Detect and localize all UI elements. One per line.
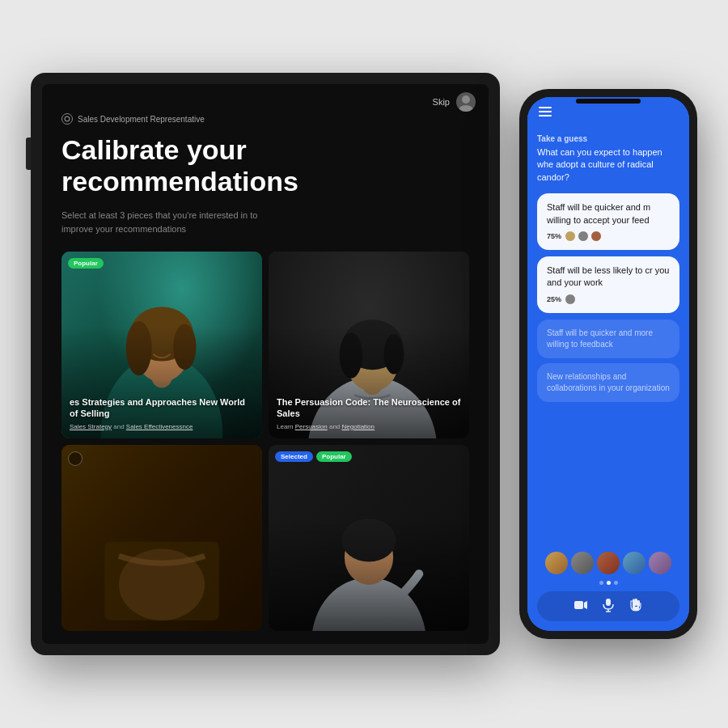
mic-icon[interactable] xyxy=(601,598,616,615)
card-4-popular-badge: Popular xyxy=(316,451,352,462)
card-1-badge: Popular xyxy=(68,258,104,269)
card-4-selected-badge: Selected xyxy=(275,451,313,462)
phone-avatar-4 xyxy=(623,552,645,574)
phone-content: Take a guess What can you expect to happ… xyxy=(527,126,689,545)
answer-3-bubble[interactable]: Staff will be quicker and more willing t… xyxy=(537,320,679,358)
tablet-side-button xyxy=(26,138,31,170)
card-1[interactable]: Popular es Strategies and Approaches New… xyxy=(61,252,262,438)
answer-1-percent: 75% xyxy=(547,232,561,240)
answer-4-text: New relationships and collaborations in … xyxy=(547,371,670,394)
card-2-tag-prefix: Learn xyxy=(277,423,295,430)
card-3-figure-container xyxy=(61,445,262,631)
answer-2-avatar-1 xyxy=(565,294,576,305)
phone: Take a guess What can you expect to happ… xyxy=(519,89,697,639)
menu-line-1 xyxy=(539,107,552,108)
svg-rect-23 xyxy=(606,599,611,606)
phone-avatar-2 xyxy=(571,552,594,574)
svg-point-1 xyxy=(459,105,473,112)
subtitle: Select at least 3 pieces that you're int… xyxy=(61,209,272,235)
answer-1-meta: 75% xyxy=(547,231,670,242)
answer-2-avatars xyxy=(565,294,576,305)
answer-2-meta: 25% xyxy=(547,294,670,305)
phone-bottom xyxy=(527,545,689,631)
phone-avatars-row xyxy=(537,552,679,574)
answer-1-avatar-1 xyxy=(565,231,576,242)
card-3[interactable] xyxy=(61,445,262,631)
skip-button[interactable]: Skip xyxy=(433,97,450,107)
card-1-tag-sep: and xyxy=(113,423,126,430)
card-1-title: es Strategies and Approaches New World o… xyxy=(70,396,254,420)
question-text: What can you expect to happen whe adopt … xyxy=(537,146,679,184)
answer-3-text: Staff will be quicker and more willing t… xyxy=(547,328,670,350)
card-2-info: The Persuasion Code: The Neuroscience of… xyxy=(277,396,461,430)
card-4-badge-row: Selected Popular xyxy=(275,451,352,462)
card-2-title: The Persuasion Code: The Neuroscience of… xyxy=(277,396,461,420)
menu-line-3 xyxy=(539,115,552,116)
card-4-gradient xyxy=(269,519,469,631)
card-4[interactable]: Selected Popular xyxy=(269,445,469,631)
card-1-tag-1: Sales Strategy xyxy=(70,423,112,430)
dot-1 xyxy=(599,581,603,585)
hand-icon[interactable] xyxy=(629,598,643,615)
answer-1-bubble[interactable]: Staff will be quicker and m willing to a… xyxy=(537,193,679,250)
answer-2-percent: 25% xyxy=(547,295,561,303)
svg-rect-27 xyxy=(635,599,637,606)
answer-1-avatar-2 xyxy=(578,231,589,242)
menu-line-2 xyxy=(539,111,552,112)
card-2-tags: Learn Persuasion and Negotiation xyxy=(277,423,461,430)
phone-avatar-5 xyxy=(649,552,671,574)
card-1-tag-2: Sales Effectivenessnce xyxy=(126,423,193,430)
card-3-figure xyxy=(61,445,262,631)
main-title: Calibrate your recommendations xyxy=(61,134,469,197)
answer-2-text: Staff will be less likely to cr you and … xyxy=(547,265,670,290)
scene: Skip Sales Developme xyxy=(16,57,712,671)
tablet-content: Sales Development Representative Calibra… xyxy=(42,84,489,644)
phone-dots xyxy=(537,581,679,585)
card-2-tag-1: Persuasion xyxy=(295,423,328,430)
svg-point-0 xyxy=(462,95,470,104)
card-1-info: es Strategies and Approaches New World o… xyxy=(70,396,254,430)
role-label-row: Sales Development Representative xyxy=(61,113,469,125)
answer-1-text: Staff will be quicker and m willing to a… xyxy=(547,201,670,226)
svg-marker-22 xyxy=(584,601,587,609)
dot-3 xyxy=(614,581,618,585)
answer-2-bubble[interactable]: Staff will be less likely to cr you and … xyxy=(537,256,679,313)
role-icon xyxy=(61,113,73,125)
role-text: Sales Development Representative xyxy=(78,115,205,124)
question-label: Take a guess xyxy=(537,134,679,143)
dot-2-active xyxy=(607,581,611,585)
tablet: Skip Sales Developme xyxy=(31,73,500,655)
tablet-top-bar: Skip xyxy=(420,84,489,120)
hamburger-menu-icon[interactable] xyxy=(539,107,552,116)
card-2-tag-sep: and xyxy=(329,423,342,430)
phone-notch xyxy=(576,99,641,104)
phone-toolbar xyxy=(537,591,679,621)
phone-avatar-1 xyxy=(545,552,568,574)
card-3-unselected-indicator xyxy=(68,451,83,466)
card-2-tag-2: Negotiation xyxy=(342,423,375,430)
card-1-popular-badge: Popular xyxy=(68,258,104,269)
svg-point-2 xyxy=(65,116,70,121)
answer-1-avatars xyxy=(565,231,602,242)
video-icon[interactable] xyxy=(574,598,588,615)
answer-1-avatar-3 xyxy=(590,231,602,242)
phone-screen: Take a guess What can you expect to happ… xyxy=(527,97,689,631)
user-avatar[interactable] xyxy=(456,92,476,112)
svg-rect-21 xyxy=(574,601,583,609)
answer-4-bubble[interactable]: New relationships and collaborations in … xyxy=(537,363,679,402)
phone-avatar-3 xyxy=(597,552,620,574)
cards-grid: Popular es Strategies and Approaches New… xyxy=(61,252,469,631)
tablet-screen: Skip Sales Developme xyxy=(42,84,489,644)
card-3-badge-row xyxy=(68,451,83,466)
card-2[interactable]: The Persuasion Code: The Neuroscience of… xyxy=(269,252,469,438)
card-1-tags: Sales Strategy and Sales Effectivenessnc… xyxy=(70,423,254,430)
question-header: Take a guess What can you expect to happ… xyxy=(537,134,679,184)
